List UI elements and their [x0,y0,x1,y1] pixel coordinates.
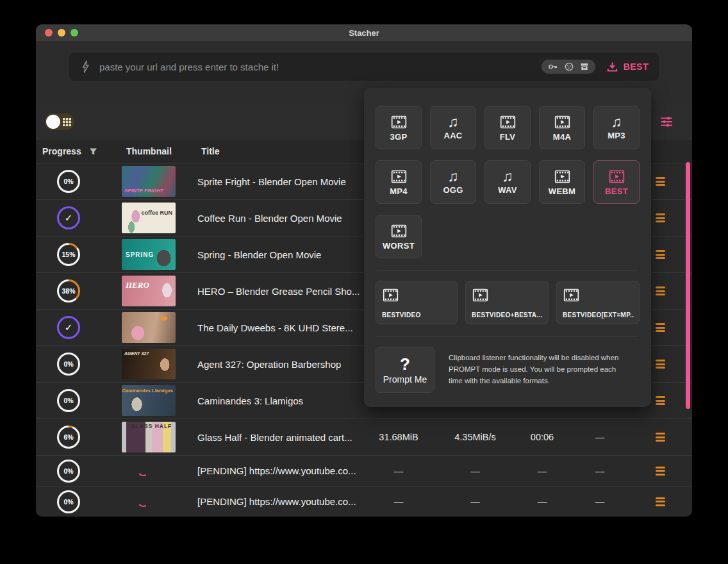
format-button-worst[interactable]: WORST [376,215,422,258]
format-button-flv[interactable]: FLV [484,106,531,149]
format-label: OGG [443,185,463,195]
column-header-thumbnail[interactable]: Thumbnail [115,146,197,156]
vertical-scrollbar[interactable] [686,162,690,409]
prompt-row: ? Prompt Me Clipboard listener functiona… [376,347,640,393]
zoom-window-button[interactable] [70,29,78,37]
auth-options-pill[interactable] [542,60,595,74]
video-thumbnail: SPRING [122,239,176,270]
custom-format-button[interactable]: BESTVIDEO+BESTA... [465,281,549,324]
custom-format-button[interactable]: BESTVIDEO [376,281,458,324]
format-label: BEST [605,187,628,196]
row-menu-button[interactable] [653,284,668,298]
progress-ring: 38% [57,279,80,303]
progress-percent-label: 0% [59,461,78,481]
traffic-lights [45,29,78,37]
thumbnail-text: HERO [126,281,149,289]
film-icon [390,222,408,240]
loading-spinner [137,495,150,508]
thumbnail-text: Caminandes Llamigos [122,388,173,394]
prompt-description: Clipboard listener functionality will be… [449,352,627,386]
check-icon: ✓ [65,322,73,333]
format-label: M4A [553,132,571,142]
loading-spinner [137,465,150,477]
prompt-me-button[interactable]: ? Prompt Me [376,347,434,393]
format-button-wav[interactable]: ♫WAV [484,160,531,204]
speed-value: 4.35MiB/s [437,432,513,442]
format-button-3gp[interactable]: 3GP [376,106,422,149]
format-button-mp4[interactable]: MP4 [376,160,422,204]
format-button-webm[interactable]: WEBM [539,160,585,204]
format-button-ogg[interactable]: ♫OGG [430,160,476,204]
format-button-mp3[interactable]: ♫MP3 [593,106,640,149]
video-thumbnail: coffee RUN [122,203,176,233]
progress-complete-badge: ✓ [57,206,80,229]
format-label: WAV [498,185,517,195]
view-mode-toggle[interactable] [45,113,74,130]
video-title: Sprite Fright - Blender Open Movie [197,176,346,187]
filter-funnel-icon[interactable] [89,147,97,156]
format-label: FLV [500,132,516,142]
close-window-button[interactable] [45,29,53,37]
row-menu-button[interactable] [653,495,668,509]
row-menu-button[interactable] [653,464,668,478]
check-icon: ✓ [65,212,73,224]
progress-ring: 0% [57,490,80,513]
format-button-aac[interactable]: ♫AAC [430,106,476,149]
table-row[interactable]: 0%[PENDING] https://www.youtube.co...———… [36,456,692,486]
custom-format-label: BESTVIDEO [382,311,421,319]
music-note-icon: ♫ [447,115,458,129]
format-label: WEBM [549,187,575,196]
row-menu-button[interactable] [653,430,668,444]
progress-ring: 0% [57,389,80,412]
column-header-progress[interactable]: Progress [36,146,115,156]
music-note-icon: ♫ [447,169,458,184]
video-thumbnail [122,312,176,343]
popup-divider [377,336,638,336]
video-thumbnail: SPRITE FRIGHT [122,166,176,197]
format-selector-button[interactable]: BEST [607,62,649,72]
thumbnail-text: coffee RUN [141,210,172,216]
format-menu-popup: 3GP♫AAC FLV M4A♫MP3 MP4♫OGG♫WAV WEBM BES… [364,88,651,407]
title-bar: Stacher [36,24,692,41]
cookie-icon [565,62,574,71]
url-input-box[interactable]: BEST [69,53,659,81]
table-row[interactable]: 6% GLASS HALFGlass Half - Blender animat… [36,419,692,456]
film-icon [563,286,580,304]
prompt-me-label: Prompt Me [383,374,427,385]
eta-value: 00:06 [513,432,571,442]
url-input[interactable] [99,62,542,72]
row-menu-button[interactable] [653,320,668,335]
row-menu-button[interactable] [653,247,668,261]
thumbnail-text: GLASS HALF [131,424,172,429]
music-note-icon: ♫ [502,169,513,184]
eta-value: — [513,497,571,507]
parts-value: — [571,466,629,476]
key-icon [548,62,558,71]
video-title: The Daily Dweebs - 8K UHD Stere... [197,322,353,333]
film-icon [390,168,408,185]
table-row[interactable]: 0%[PENDING] https://www.youtube.co...———… [36,486,692,517]
video-title: [PENDING] https://www.youtube.co... [197,496,356,507]
lightning-icon [81,60,90,73]
row-menu-button[interactable] [653,394,668,408]
format-button-best[interactable]: BEST [593,160,640,204]
row-menu-button[interactable] [653,211,668,225]
column-header-title[interactable]: Title [197,146,360,156]
column-header-progress-label: Progress [42,146,81,156]
minimize-window-button[interactable] [58,29,65,37]
parts-value: — [571,432,629,442]
custom-format-button[interactable]: BESTVIDEO[EXT=MP... [556,281,640,324]
filter-settings-button[interactable] [660,116,673,128]
download-icon [607,62,618,72]
thumbnail-text: SPRING [126,252,154,258]
popup-divider [377,270,638,270]
video-title: Glass Half - Blender animated cart... [197,432,352,443]
row-menu-button[interactable] [653,357,668,371]
video-title: Agent 327: Operation Barbershop [197,359,341,370]
app-window: Stacher BEST [36,24,692,517]
music-note-icon: ♫ [611,115,622,129]
progress-ring: 0% [57,460,80,483]
video-thumbnail: GLASS HALF [122,422,176,452]
row-menu-button[interactable] [653,174,668,188]
format-button-m4a[interactable]: M4A [539,106,585,149]
